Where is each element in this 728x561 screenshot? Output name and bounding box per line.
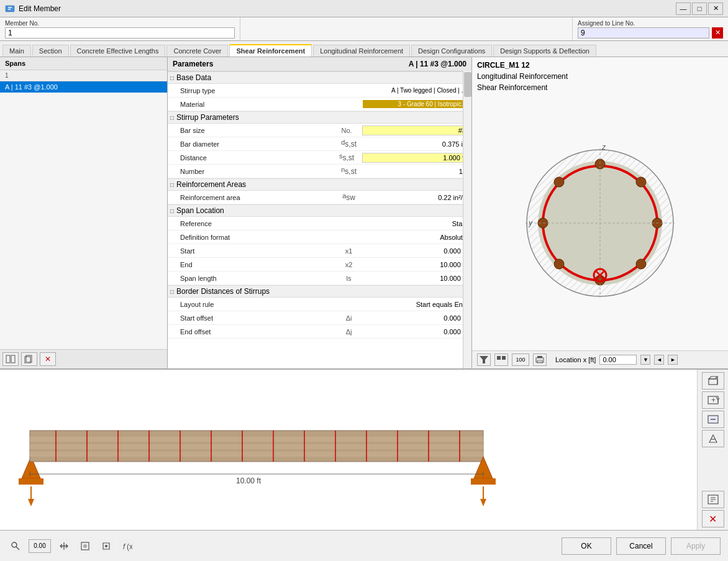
tab-longitudinal[interactable]: Longitudinal Reinforcement <box>313 45 410 57</box>
reference-label: Reference <box>180 220 334 227</box>
cross-100-button[interactable]: 100 <box>512 353 529 366</box>
cross-print-button[interactable] <box>533 353 547 366</box>
param-reinf-area: Reinforcement area asw 0.22 in²/ft <box>168 191 471 204</box>
param-reference: Reference Start <box>168 217 471 230</box>
start-offset-symbol: Δi <box>334 314 365 322</box>
start-label: Start <box>180 247 334 255</box>
start-value: 0.000 ft <box>365 247 469 255</box>
location-prev-button[interactable]: ◄ <box>654 355 664 365</box>
svg-rect-3 <box>6 355 10 363</box>
minimize-button[interactable]: — <box>676 2 691 15</box>
location-next-button[interactable]: ► <box>668 355 678 365</box>
window-controls: — □ ✕ <box>676 2 723 15</box>
member-no-input[interactable] <box>5 27 235 39</box>
bar-size-symbol: No. <box>331 127 362 134</box>
params-scrollbar[interactable] <box>463 71 471 368</box>
main-container: Member No. Assigned to Line No. ✕ Main S… <box>0 17 728 561</box>
svg-rect-36 <box>30 444 483 449</box>
beam-tool-2[interactable]: +Y <box>702 391 724 409</box>
status-tool-formula[interactable]: f(x) <box>119 539 135 553</box>
material-value[interactable]: 3 - Grade 60 | Isotropic... <box>363 100 469 108</box>
status-tool-search[interactable] <box>7 539 24 553</box>
assigned-input[interactable] <box>578 27 709 39</box>
param-end: End x2 10.000 ft <box>168 258 471 271</box>
status-tool-select[interactable] <box>77 539 93 553</box>
params-header: Parameters A | 11 #3 @1.000 <box>168 57 471 71</box>
svg-rect-27 <box>497 356 501 360</box>
location-input[interactable] <box>599 355 637 365</box>
bar-size-label: Bar size <box>180 127 331 134</box>
span-length-value: 10.000 ft <box>365 275 469 282</box>
cancel-button[interactable]: Cancel <box>616 537 666 555</box>
cross-section-panel: CIRCLE_M1 12 Longitudinal Reinforcement … <box>472 57 728 368</box>
tab-main[interactable]: Main <box>2 45 31 57</box>
beam-tool-3[interactable] <box>702 411 724 428</box>
beam-tool-1[interactable] <box>702 372 724 390</box>
status-tool-coordinate[interactable]: 0.00 <box>29 539 51 553</box>
cross-view-button[interactable] <box>494 353 508 366</box>
param-bar-diameter: Bar diameter ds,st 0.375 in <box>168 137 471 151</box>
bar-size-value[interactable]: #3 <box>362 125 469 135</box>
status-tool-move[interactable] <box>56 539 72 553</box>
beam-toolbar: +Y ✕ <box>697 370 728 530</box>
section-border-dist[interactable]: □ Border Distances of Stirrups <box>168 285 471 298</box>
assigned-clear-button[interactable]: ✕ <box>712 27 723 39</box>
bar-diameter-label: Bar diameter <box>180 140 334 148</box>
section-reinf-areas[interactable]: □ Reinforcement Areas <box>168 178 471 191</box>
beam-tool-4[interactable] <box>702 430 724 447</box>
ok-button[interactable]: OK <box>562 537 611 555</box>
delete-span-button[interactable]: ✕ <box>40 352 56 366</box>
def-format-label: Definition format <box>180 234 334 241</box>
close-button[interactable]: ✕ <box>708 2 723 15</box>
svg-marker-57 <box>480 499 486 506</box>
number-symbol: ns,st <box>334 166 365 176</box>
location-dropdown-button[interactable]: ▼ <box>640 355 650 365</box>
assigned-label: Assigned to Line No. <box>578 20 635 27</box>
param-start-offset: Start offset Δi 0.000 ft <box>168 311 471 325</box>
cross-filter-button[interactable] <box>477 353 491 366</box>
end-offset-label: End offset <box>180 328 334 335</box>
cross-section-svg: z y <box>519 142 681 304</box>
spans-list: 1 A | 11 #3 @1.000 <box>0 70 167 349</box>
svg-marker-69 <box>709 435 717 442</box>
tab-shear-reinforcement[interactable]: Shear Reinforcement <box>229 44 312 57</box>
reinf-area-label: Reinforcement area <box>180 194 334 201</box>
params-body: □ Base Data Stirrup type A | Two legged … <box>168 71 471 368</box>
section-span-location-label: Span Location <box>176 206 224 215</box>
dialog-buttons: OK Cancel Apply <box>562 537 721 555</box>
status-tool-snap[interactable] <box>98 539 114 553</box>
window-title: Edit Member <box>19 4 676 13</box>
spans-header: Spans <box>0 57 167 70</box>
svg-rect-35 <box>30 437 483 442</box>
tabs-bar: Main Section Concrete Effective Lengths … <box>0 41 728 57</box>
params-value: A | 11 #3 @1.000 <box>409 60 466 68</box>
span-item-1[interactable]: A | 11 #3 @1.000 <box>0 81 167 93</box>
end-label: End <box>180 261 334 268</box>
end-value: 10.000 ft <box>365 261 469 268</box>
param-end-offset: End offset Δj 0.000 ft <box>168 325 471 339</box>
tab-concrete-effective[interactable]: Concrete Effective Lengths <box>70 45 166 57</box>
copy-span-button[interactable] <box>21 352 37 366</box>
span-length-symbol: ls <box>334 275 365 282</box>
tab-section[interactable]: Section <box>32 45 69 57</box>
member-no-group: Member No. <box>0 17 240 40</box>
distance-value[interactable]: 1.000 ft <box>362 153 469 163</box>
section-span-location[interactable]: □ Span Location <box>168 204 471 217</box>
status-tools: 0.00 f(x) <box>7 539 135 553</box>
svg-rect-0 <box>6 6 14 12</box>
beam-extra-2[interactable]: ✕ <box>702 510 724 527</box>
section-stirrup-params[interactable]: □ Stirrup Parameters <box>168 111 471 124</box>
def-format-value: Absolute <box>365 234 469 241</box>
apply-button[interactable]: Apply <box>671 537 721 555</box>
tab-concrete-cover[interactable]: Concrete Cover <box>166 45 228 57</box>
add-span-button[interactable] <box>2 352 19 366</box>
beam-extra-1[interactable] <box>702 491 724 508</box>
tab-design-supports[interactable]: Design Supports & Deflection <box>493 45 596 57</box>
param-number: Number ns,st 11 <box>168 165 471 178</box>
svg-text:10.00 ft: 10.00 ft <box>236 477 262 485</box>
section-base-data[interactable]: □ Base Data <box>168 71 471 84</box>
param-span-length: Span length ls 10.000 ft <box>168 271 471 285</box>
tab-design-config[interactable]: Design Configurations <box>411 45 492 57</box>
maximize-button[interactable]: □ <box>692 2 707 15</box>
top-fields: Member No. Assigned to Line No. ✕ <box>0 17 728 41</box>
